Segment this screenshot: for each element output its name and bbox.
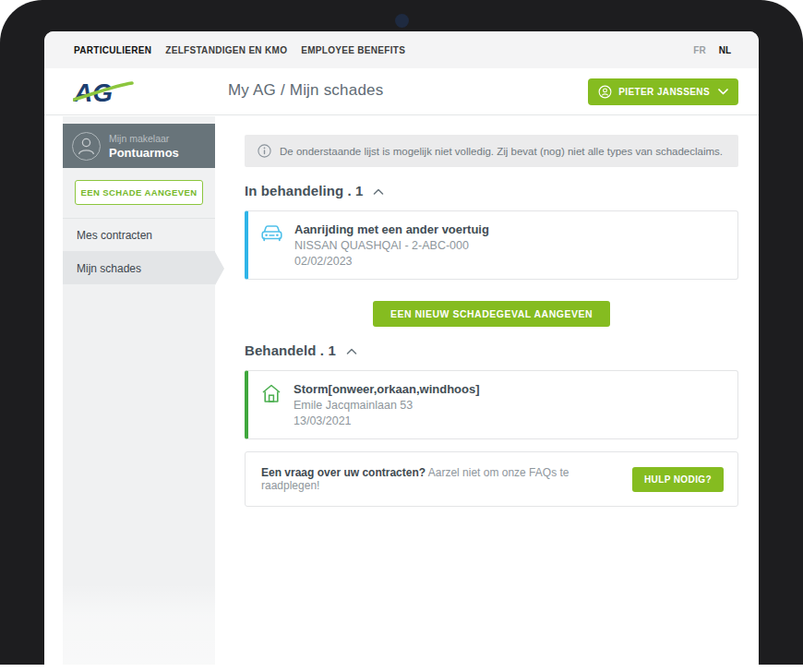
faq-question: Een vraag over uw contracten? (261, 466, 425, 479)
person-icon (73, 133, 100, 160)
faq-text: Een vraag over uw contracten? Aarzel nie… (261, 466, 616, 492)
car-icon (260, 223, 283, 244)
claim-date: 13/03/2021 (294, 414, 480, 427)
broker-avatar (72, 132, 101, 161)
user-menu-button[interactable]: PIETER JANSSENS (588, 78, 738, 105)
page-title: My AG / Mijn schades (228, 81, 383, 100)
nav-item-particulieren[interactable]: PARTICULIEREN (74, 45, 151, 55)
claim-date: 02/02/2023 (294, 255, 489, 268)
notice-banner: De onderstaande lijst is mogelijk niet v… (245, 135, 738, 167)
notice-text: De onderstaande lijst is mogelijk niet v… (280, 146, 723, 157)
section-header-behandeld[interactable]: Behandeld . 1 (245, 342, 738, 358)
new-claim-button[interactable]: EEN NIEUW SCHADEGEVAL AANGEVEN (373, 301, 610, 327)
top-nav: PARTICULIEREN ZELFSTANDIGEN EN KMO EMPLO… (44, 31, 759, 68)
broker-name: Pontuarmos (109, 146, 179, 160)
section-title: Behandeld . 1 (245, 342, 336, 358)
nav-item-zelfstandigen[interactable]: ZELFSTANDIGEN EN KMO (165, 45, 287, 55)
chevron-down-icon (718, 89, 728, 95)
language-nl[interactable]: NL (719, 45, 731, 55)
broker-label: Mijn makelaar (109, 133, 179, 144)
broker-card: Mijn makelaar Pontuarmos (63, 124, 215, 168)
info-icon (258, 144, 271, 158)
sidebar-item-contracten[interactable]: Mes contracten (63, 218, 215, 251)
claim-subtitle: Emile Jacqmainlaan 53 (294, 399, 480, 412)
tablet-camera (395, 14, 409, 28)
nav-item-employee-benefits[interactable]: EMPLOYEE BENEFITS (301, 45, 405, 55)
tablet-frame: PARTICULIEREN ZELFSTANDIGEN EN KMO EMPLO… (0, 0, 803, 665)
house-icon (260, 383, 282, 404)
sidebar: Mijn makelaar Pontuarmos EEN SCHADE AANG… (63, 116, 215, 665)
sidebar-item-schades[interactable]: Mijn schades (63, 251, 215, 284)
report-claim-button[interactable]: EEN SCHADE AANGEVEN (75, 180, 203, 205)
claim-card-vehicle[interactable]: Aanrijding met een ander voertuig NISSAN… (245, 210, 738, 280)
section-title: In behandeling . 1 (245, 183, 363, 198)
cta-row: EEN NIEUW SCHADEGEVAL AANGEVEN (245, 301, 738, 327)
ag-logo[interactable]: AG (73, 77, 134, 108)
chevron-up-icon[interactable] (346, 348, 357, 355)
chevron-up-icon[interactable] (373, 188, 384, 196)
header: AG My AG / Mijn schades PIETER JANSSENS (44, 68, 759, 115)
faq-card: Een vraag over uw contracten? Aarzel nie… (245, 451, 738, 507)
language-fr[interactable]: FR (693, 45, 705, 55)
user-icon (598, 85, 612, 99)
claim-title: Storm[onweer,orkaan,windhoos] (294, 382, 480, 396)
section-header-in-behandeling[interactable]: In behandeling . 1 (245, 183, 738, 198)
claim-subtitle: NISSAN QUASHQAI - 2-ABC-000 (294, 239, 489, 252)
claim-card-storm[interactable]: Storm[onweer,orkaan,windhoos] Emile Jacq… (245, 370, 738, 439)
main-area: Mijn makelaar Pontuarmos EEN SCHADE AANG… (44, 116, 759, 665)
claim-title: Aanrijding met een ander voertuig (294, 222, 489, 236)
content: De onderstaande lijst is mogelijk niet v… (245, 135, 738, 507)
help-button[interactable]: HULP NODIG? (632, 467, 724, 492)
user-name-label: PIETER JANSSENS (618, 87, 710, 97)
app-screen: PARTICULIEREN ZELFSTANDIGEN EN KMO EMPLO… (44, 31, 759, 665)
